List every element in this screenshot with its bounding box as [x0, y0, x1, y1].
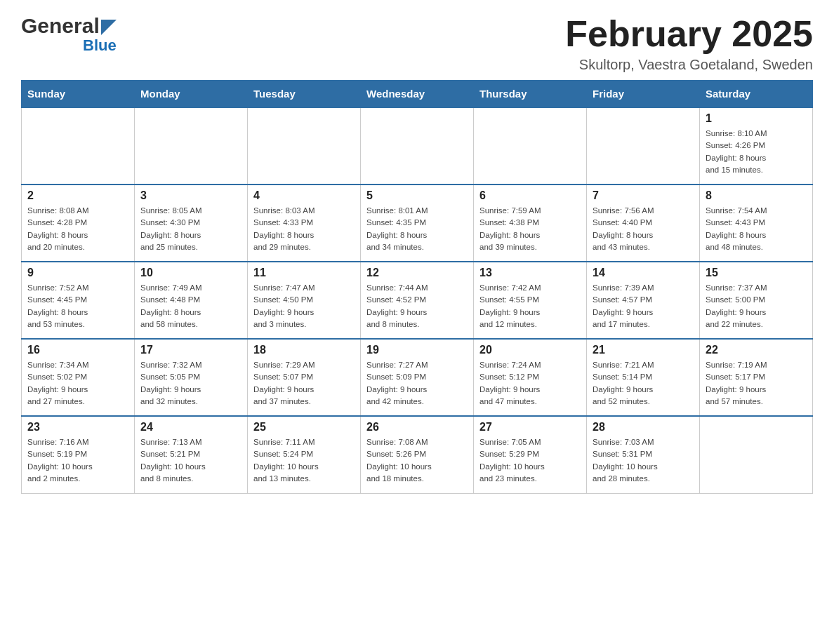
calendar-cell: 18Sunrise: 7:29 AMSunset: 5:07 PMDayligh…	[248, 339, 361, 416]
calendar-cell: 4Sunrise: 8:03 AMSunset: 4:33 PMDaylight…	[248, 185, 361, 262]
day-info: Sunrise: 7:54 AMSunset: 4:43 PMDaylight:…	[706, 205, 807, 253]
calendar-cell: 12Sunrise: 7:44 AMSunset: 4:52 PMDayligh…	[361, 262, 474, 339]
logo-blue-text: Blue	[83, 36, 117, 55]
day-number: 6	[479, 189, 581, 202]
day-info: Sunrise: 8:08 AMSunset: 4:28 PMDaylight:…	[27, 205, 128, 253]
day-info: Sunrise: 7:39 AMSunset: 4:57 PMDaylight:…	[593, 282, 694, 330]
calendar-cell	[248, 107, 361, 185]
day-info: Sunrise: 7:32 AMSunset: 5:05 PMDaylight:…	[140, 359, 241, 408]
day-info: Sunrise: 7:24 AMSunset: 5:12 PMDaylight:…	[479, 359, 581, 408]
calendar-cell: 15Sunrise: 7:37 AMSunset: 5:00 PMDayligh…	[700, 262, 813, 339]
week-row-4: 23Sunrise: 7:16 AMSunset: 5:19 PMDayligh…	[22, 416, 813, 493]
page-header: General Blue February 2025 Skultorp, Vae…	[21, 14, 813, 73]
calendar-header-row: Sunday Monday Tuesday Wednesday Thursday…	[22, 81, 813, 108]
day-info: Sunrise: 7:47 AMSunset: 4:50 PMDaylight:…	[253, 282, 355, 330]
logo-general-text: General	[21, 14, 100, 38]
calendar-cell: 6Sunrise: 7:59 AMSunset: 4:38 PMDaylight…	[474, 185, 587, 262]
day-number: 14	[593, 267, 694, 279]
day-number: 17	[140, 344, 241, 356]
day-info: Sunrise: 7:44 AMSunset: 4:52 PMDaylight:…	[366, 282, 468, 330]
day-number: 24	[140, 421, 241, 434]
day-number: 23	[27, 421, 128, 434]
day-info: Sunrise: 7:05 AMSunset: 5:29 PMDaylight:…	[479, 436, 581, 485]
day-number: 19	[366, 344, 468, 356]
day-info: Sunrise: 7:49 AMSunset: 4:48 PMDaylight:…	[140, 282, 241, 330]
day-number: 8	[706, 189, 807, 202]
calendar-cell	[587, 107, 700, 185]
day-info: Sunrise: 7:03 AMSunset: 5:31 PMDaylight:…	[593, 436, 694, 485]
day-number: 3	[140, 189, 241, 202]
day-info: Sunrise: 7:52 AMSunset: 4:45 PMDaylight:…	[27, 282, 128, 330]
calendar-cell: 7Sunrise: 7:56 AMSunset: 4:40 PMDaylight…	[587, 185, 700, 262]
day-number: 12	[366, 267, 468, 279]
day-info: Sunrise: 7:19 AMSunset: 5:17 PMDaylight:…	[706, 359, 807, 408]
calendar-cell: 2Sunrise: 8:08 AMSunset: 4:28 PMDaylight…	[22, 185, 135, 262]
day-info: Sunrise: 7:56 AMSunset: 4:40 PMDaylight:…	[593, 205, 694, 253]
col-wednesday: Wednesday	[361, 81, 474, 108]
day-info: Sunrise: 7:37 AMSunset: 5:00 PMDaylight:…	[706, 282, 807, 330]
calendar-cell: 25Sunrise: 7:11 AMSunset: 5:24 PMDayligh…	[248, 416, 361, 493]
day-number: 1	[706, 112, 807, 125]
calendar-cell: 9Sunrise: 7:52 AMSunset: 4:45 PMDaylight…	[22, 262, 135, 339]
calendar-cell	[700, 416, 813, 493]
day-info: Sunrise: 8:10 AMSunset: 4:26 PMDaylight:…	[706, 128, 807, 176]
day-number: 18	[253, 344, 355, 356]
day-info: Sunrise: 8:05 AMSunset: 4:30 PMDaylight:…	[140, 205, 241, 253]
day-number: 4	[253, 189, 355, 202]
calendar-cell: 1Sunrise: 8:10 AMSunset: 4:26 PMDaylight…	[700, 107, 813, 185]
day-number: 13	[479, 267, 581, 279]
day-info: Sunrise: 7:08 AMSunset: 5:26 PMDaylight:…	[366, 436, 468, 485]
logo: General Blue	[21, 14, 117, 55]
calendar-cell: 23Sunrise: 7:16 AMSunset: 5:19 PMDayligh…	[22, 416, 135, 493]
week-row-1: 2Sunrise: 8:08 AMSunset: 4:28 PMDaylight…	[22, 185, 813, 262]
day-number: 2	[27, 189, 128, 202]
day-number: 15	[706, 267, 807, 279]
day-number: 28	[593, 421, 694, 434]
day-number: 20	[479, 344, 581, 356]
col-friday: Friday	[587, 81, 700, 108]
day-info: Sunrise: 7:42 AMSunset: 4:55 PMDaylight:…	[479, 282, 581, 330]
location-text: Skultorp, Vaestra Goetaland, Sweden	[565, 57, 813, 73]
day-number: 27	[479, 421, 581, 434]
day-info: Sunrise: 7:11 AMSunset: 5:24 PMDaylight:…	[253, 436, 355, 485]
day-number: 9	[27, 267, 128, 279]
month-title: February 2025	[565, 14, 813, 54]
day-info: Sunrise: 7:16 AMSunset: 5:19 PMDaylight:…	[27, 436, 128, 485]
calendar-cell: 27Sunrise: 7:05 AMSunset: 5:29 PMDayligh…	[474, 416, 587, 493]
calendar-cell	[361, 107, 474, 185]
title-block: February 2025 Skultorp, Vaestra Goetalan…	[565, 14, 813, 73]
calendar-cell: 24Sunrise: 7:13 AMSunset: 5:21 PMDayligh…	[135, 416, 248, 493]
calendar-cell: 28Sunrise: 7:03 AMSunset: 5:31 PMDayligh…	[587, 416, 700, 493]
calendar-cell: 3Sunrise: 8:05 AMSunset: 4:30 PMDaylight…	[135, 185, 248, 262]
day-number: 25	[253, 421, 355, 434]
week-row-0: 1Sunrise: 8:10 AMSunset: 4:26 PMDaylight…	[22, 107, 813, 185]
col-saturday: Saturday	[700, 81, 813, 108]
calendar-cell	[22, 107, 135, 185]
calendar-cell: 11Sunrise: 7:47 AMSunset: 4:50 PMDayligh…	[248, 262, 361, 339]
day-info: Sunrise: 7:34 AMSunset: 5:02 PMDaylight:…	[27, 359, 128, 408]
calendar-cell: 8Sunrise: 7:54 AMSunset: 4:43 PMDaylight…	[700, 185, 813, 262]
col-sunday: Sunday	[22, 81, 135, 108]
calendar-cell: 22Sunrise: 7:19 AMSunset: 5:17 PMDayligh…	[700, 339, 813, 416]
day-info: Sunrise: 7:13 AMSunset: 5:21 PMDaylight:…	[140, 436, 241, 485]
day-number: 10	[140, 267, 241, 279]
col-monday: Monday	[135, 81, 248, 108]
day-number: 21	[593, 344, 694, 356]
calendar-cell: 10Sunrise: 7:49 AMSunset: 4:48 PMDayligh…	[135, 262, 248, 339]
calendar-cell: 21Sunrise: 7:21 AMSunset: 5:14 PMDayligh…	[587, 339, 700, 416]
day-number: 16	[27, 344, 128, 356]
calendar-cell: 14Sunrise: 7:39 AMSunset: 4:57 PMDayligh…	[587, 262, 700, 339]
week-row-3: 16Sunrise: 7:34 AMSunset: 5:02 PMDayligh…	[22, 339, 813, 416]
calendar-cell	[474, 107, 587, 185]
calendar-cell: 17Sunrise: 7:32 AMSunset: 5:05 PMDayligh…	[135, 339, 248, 416]
calendar-cell	[135, 107, 248, 185]
logo-triangle	[101, 20, 117, 35]
calendar-cell: 26Sunrise: 7:08 AMSunset: 5:26 PMDayligh…	[361, 416, 474, 493]
day-info: Sunrise: 8:03 AMSunset: 4:33 PMDaylight:…	[253, 205, 355, 253]
day-info: Sunrise: 8:01 AMSunset: 4:35 PMDaylight:…	[366, 205, 468, 253]
col-tuesday: Tuesday	[248, 81, 361, 108]
calendar-cell: 16Sunrise: 7:34 AMSunset: 5:02 PMDayligh…	[22, 339, 135, 416]
day-number: 7	[593, 189, 694, 202]
day-number: 5	[366, 189, 468, 202]
week-row-2: 9Sunrise: 7:52 AMSunset: 4:45 PMDaylight…	[22, 262, 813, 339]
